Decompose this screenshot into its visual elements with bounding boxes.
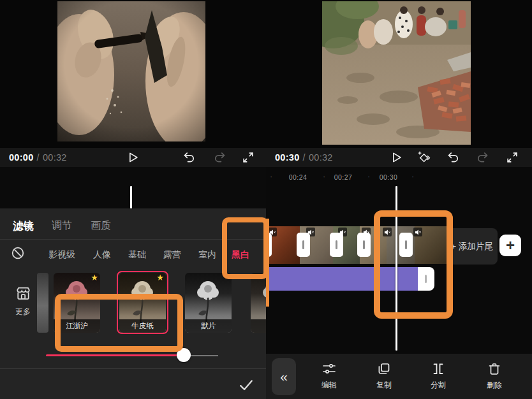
right-preview-area bbox=[266, 0, 532, 148]
filter-tile-niupizhi[interactable]: ★ 牛皮纸 bbox=[119, 273, 166, 333]
filter-tile-tuise[interactable]: 褪色 bbox=[251, 273, 266, 333]
filter-name: 牛皮纸 bbox=[119, 319, 166, 333]
trash-icon bbox=[487, 361, 502, 377]
category-black-white[interactable]: 黑白 bbox=[232, 249, 249, 261]
split-button[interactable]: 分割 bbox=[419, 361, 457, 391]
tab-filters[interactable]: 滤镜 bbox=[13, 219, 34, 233]
block-icon bbox=[10, 245, 26, 261]
star-icon: ★ bbox=[156, 273, 164, 282]
right-playback-bar: 00:30 / 00:32 bbox=[266, 148, 532, 167]
muted-speaker-icon bbox=[415, 229, 422, 236]
tool-label: 复制 bbox=[376, 380, 392, 391]
redo-icon bbox=[213, 150, 227, 164]
right-playhead[interactable] bbox=[395, 186, 397, 351]
fullscreen-button[interactable] bbox=[505, 150, 520, 165]
more-filters-button[interactable]: 更多 bbox=[11, 285, 34, 317]
category-portrait[interactable]: 人像 bbox=[93, 249, 111, 261]
left-playback-bar: 00:00 / 00:32 bbox=[0, 148, 266, 167]
left-playback-time: 00:00 / 00:32 bbox=[9, 148, 67, 167]
copy-button[interactable]: 复制 bbox=[365, 361, 403, 391]
redo-button[interactable] bbox=[475, 150, 491, 165]
redo-button[interactable] bbox=[212, 150, 228, 165]
check-icon bbox=[237, 376, 255, 394]
filter-name: 默片 bbox=[185, 319, 232, 333]
clip-toolbar: « 编辑 复制 分割 bbox=[266, 354, 532, 399]
edit-sliders-icon bbox=[321, 361, 337, 377]
ruler-tick: 00:27 bbox=[329, 173, 357, 181]
undo-button[interactable] bbox=[181, 150, 196, 165]
clip-trim-handle[interactable] bbox=[330, 233, 343, 257]
split-icon bbox=[431, 361, 446, 377]
mute-badge[interactable] bbox=[383, 228, 392, 236]
add-clip-button[interactable]: + bbox=[499, 235, 521, 256]
left-preview-area bbox=[0, 0, 266, 148]
total-time: 00:32 bbox=[43, 152, 67, 163]
undo-icon bbox=[446, 150, 460, 164]
video-preview-pen-hands bbox=[57, 1, 205, 141]
no-filter-button[interactable] bbox=[10, 245, 26, 261]
clip-trim-handle[interactable] bbox=[266, 233, 272, 257]
ruler-tick: 00:30 bbox=[374, 173, 403, 181]
undo-icon bbox=[182, 150, 196, 164]
divider bbox=[0, 239, 266, 240]
ruler-dot: · bbox=[366, 173, 372, 180]
category-indoor[interactable]: 室内 bbox=[198, 249, 216, 261]
tool-label: 编辑 bbox=[321, 380, 337, 391]
ruler-dot: · bbox=[268, 173, 274, 180]
play-button[interactable] bbox=[125, 150, 140, 165]
intensity-slider-fill[interactable] bbox=[46, 354, 184, 356]
fullscreen-icon bbox=[505, 150, 519, 164]
play-icon bbox=[130, 153, 137, 161]
filter-name: 江浙沪 bbox=[54, 319, 100, 333]
video-preview-worksite bbox=[322, 1, 471, 145]
category-camping[interactable]: 露营 bbox=[163, 249, 181, 261]
tool-label: 分割 bbox=[431, 380, 446, 391]
add-ending-button[interactable]: + 添加片尾 bbox=[447, 228, 498, 265]
time-separator: / bbox=[37, 152, 40, 163]
ruler-tick: 00:24 bbox=[284, 173, 312, 181]
copy-icon bbox=[376, 361, 392, 377]
tab-quality[interactable]: 画质 bbox=[91, 219, 111, 233]
filter-name: 褪色 bbox=[251, 319, 266, 333]
ruler-dot: · bbox=[410, 173, 416, 180]
confirm-button[interactable] bbox=[237, 376, 255, 394]
keyframe-button[interactable] bbox=[416, 150, 431, 165]
current-time: 00:30 bbox=[275, 152, 300, 163]
left-playhead[interactable] bbox=[130, 186, 132, 208]
clip-trim-handle[interactable] bbox=[399, 233, 413, 257]
right-playback-time: 00:30 / 00:32 bbox=[275, 148, 333, 167]
edit-button[interactable]: 编辑 bbox=[310, 361, 348, 391]
category-cinematic[interactable]: 影视级 bbox=[48, 249, 75, 261]
filter-tile-partial[interactable] bbox=[37, 273, 48, 333]
right-editor-panel: 00:30 / 00:32 bbox=[266, 0, 532, 399]
play-button[interactable] bbox=[388, 150, 404, 165]
muted-speaker-icon bbox=[384, 229, 391, 236]
filter-tile-jiangzhehu[interactable]: ★ 江浙沪 bbox=[54, 273, 100, 333]
fullscreen-button[interactable] bbox=[240, 150, 256, 165]
time-separator: / bbox=[303, 152, 306, 163]
filter-tile-mopian[interactable]: 默片 bbox=[185, 273, 232, 333]
left-editor-panel: 00:00 / 00:32 bbox=[0, 0, 266, 399]
clip-trim-handle[interactable] bbox=[297, 233, 310, 257]
delete-button[interactable]: 删除 bbox=[475, 361, 514, 391]
undo-button[interactable] bbox=[445, 150, 461, 165]
more-label: 更多 bbox=[11, 307, 34, 317]
audio-track-trim-handle[interactable] bbox=[418, 267, 434, 291]
keyframe-icon bbox=[417, 150, 431, 164]
intensity-slider-knob[interactable] bbox=[177, 348, 191, 362]
star-icon: ★ bbox=[91, 273, 98, 282]
category-basic[interactable]: 基础 bbox=[128, 249, 146, 261]
tool-label: 删除 bbox=[487, 380, 502, 391]
fullscreen-icon bbox=[241, 150, 255, 164]
tab-adjust[interactable]: 调节 bbox=[52, 219, 72, 233]
divider bbox=[0, 368, 266, 369]
ruler-dot: · bbox=[321, 173, 327, 180]
clip-trim-handle[interactable] bbox=[357, 233, 371, 257]
total-time: 00:32 bbox=[309, 152, 333, 163]
redo-icon bbox=[476, 150, 490, 164]
current-time: 00:00 bbox=[9, 152, 34, 163]
mute-badge[interactable] bbox=[413, 228, 422, 236]
collapse-toolbar-button[interactable]: « bbox=[272, 358, 296, 395]
play-icon bbox=[394, 153, 401, 161]
left-timeline-ruler: 00:00 · 00:03 · 00:06 · 00:09 bbox=[0, 167, 266, 208]
